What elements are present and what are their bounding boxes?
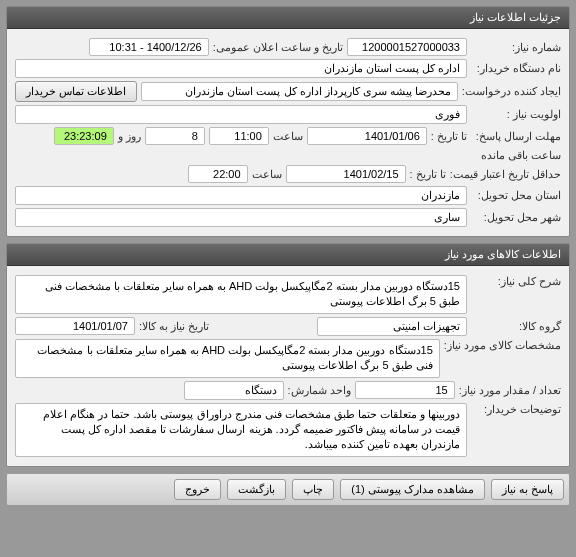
goods-info-panel: اطلاعات کالاهای مورد نیاز شرح کلی نیاز: … (6, 243, 570, 467)
time-label-2: ساعت (252, 168, 282, 181)
req-number-value: 1200001527000033 (347, 38, 467, 56)
creator-value: محدرضا پیشه سری کارپرداز اداره کل پست اس… (141, 82, 458, 101)
spec-value: 15دستگاه دوربین مدار بسته 2مگاپیکسل بولت… (15, 339, 440, 378)
buyer-notes-label: توضیحات خریدار: (471, 403, 561, 416)
qty-value: 15 (355, 381, 455, 399)
time-label-1: ساعت (273, 130, 303, 143)
group-value: تجهیزات امنیتی (317, 317, 467, 336)
to-date-label-1: تا تاریخ : (431, 130, 467, 143)
buyer-notes-value: دوربینها و متعلقات حتما طبق مشخصات فنی م… (15, 403, 467, 457)
province-label: استان محل تحویل: (471, 189, 561, 202)
buyer-value: اداره کل پست استان مازندران (15, 59, 467, 78)
priority-label: اولویت نیاز : (471, 108, 561, 121)
desc-value: 15دستگاه دوربین مدار بسته 2مگاپیکسل بولت… (15, 275, 467, 314)
response-deadline-label: مهلت ارسال پاسخ: (471, 130, 561, 143)
days-and-label: روز و (118, 130, 141, 143)
reply-button[interactable]: پاسخ به نیاز (491, 479, 564, 500)
city-label: شهر محل تحویل: (471, 211, 561, 224)
priority-value: فوری (15, 105, 467, 124)
need-details-panel: جزئیات اطلاعات نیاز شماره نیاز: 12000015… (6, 6, 570, 237)
group-label: گروه کالا: (471, 320, 561, 333)
print-button[interactable]: چاپ (292, 479, 334, 500)
panel2-body: شرح کلی نیاز: 15دستگاه دوربین مدار بسته … (7, 266, 569, 466)
price-validity-label: حداقل تاریخ اعتبار قیمت: (450, 168, 561, 181)
creator-label: ایجاد کننده درخواست: (462, 85, 561, 98)
unit-value: دستگاه (184, 381, 284, 400)
response-time: 11:00 (209, 127, 269, 145)
announce-label: تاریخ و ساعت اعلان عمومی: (213, 41, 343, 54)
panel1-body: شماره نیاز: 1200001527000033 تاریخ و ساع… (7, 29, 569, 236)
qty-label: تعداد / مقدار مورد نیاز: (459, 384, 561, 397)
response-date: 1401/01/06 (307, 127, 427, 145)
days-count: 8 (145, 127, 205, 145)
desc-label: شرح کلی نیاز: (471, 275, 561, 288)
back-button[interactable]: بازگشت (227, 479, 286, 500)
remaining-label: ساعت باقی مانده (481, 149, 561, 162)
price-validity-date: 1401/02/15 (286, 165, 406, 183)
exit-button[interactable]: خروج (174, 479, 221, 500)
panel2-header: اطلاعات کالاهای مورد نیاز (7, 244, 569, 266)
need-date-value: 1401/01/07 (15, 317, 135, 335)
countdown-timer: 23:23:09 (54, 127, 114, 145)
buyer-label: نام دستگاه خریدار: (471, 62, 561, 75)
panel1-header: جزئیات اطلاعات نیاز (7, 7, 569, 29)
need-date-label: تاریخ نیاز به کالا: (139, 320, 209, 333)
spec-label: مشخصات کالای مورد نیاز: (444, 339, 561, 352)
province-value: مازندران (15, 186, 467, 205)
footer-toolbar: پاسخ به نیاز مشاهده مدارک پیوستی (1) چاپ… (6, 473, 570, 506)
city-value: ساری (15, 208, 467, 227)
contact-buyer-button[interactable]: اطلاعات تماس خریدار (15, 81, 137, 102)
announce-datetime: 1400/12/26 - 10:31 (89, 38, 209, 56)
to-date-label-2: تا تاریخ : (410, 168, 446, 181)
unit-label: واحد شمارش: (288, 384, 351, 397)
price-validity-time: 22:00 (188, 165, 248, 183)
attachments-button[interactable]: مشاهده مدارک پیوستی (1) (340, 479, 485, 500)
req-number-label: شماره نیاز: (471, 41, 561, 54)
